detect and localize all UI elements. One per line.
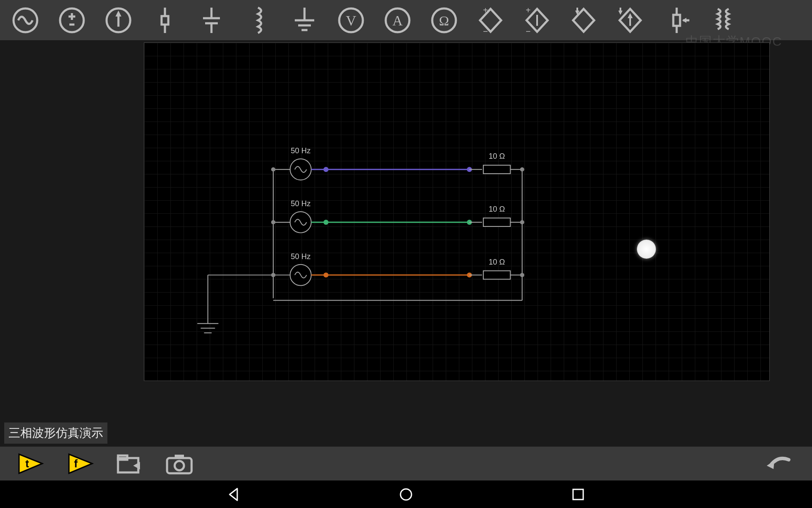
transformer-icon[interactable]	[706, 3, 740, 37]
svg-text:A: A	[392, 13, 403, 28]
cap-alt-icon[interactable]	[195, 3, 228, 37]
svg-rect-92	[573, 489, 583, 500]
svg-point-91	[401, 489, 411, 500]
svg-point-70	[520, 220, 524, 224]
svg-marker-90	[230, 489, 237, 500]
dc-source-icon[interactable]	[55, 3, 89, 37]
svg-point-69	[271, 220, 275, 224]
ac-source-icon[interactable]	[8, 3, 42, 37]
svg-point-65	[324, 220, 329, 225]
freq-label-2: 50 Hz	[291, 199, 310, 208]
caption-label: 三相波形仿真演示	[4, 422, 107, 444]
undo-button[interactable]	[757, 449, 799, 478]
vccs1-icon[interactable]: +−	[474, 3, 508, 37]
inductor-icon[interactable]	[241, 3, 275, 37]
screenshot-button[interactable]	[158, 449, 200, 478]
svg-text:Ω: Ω	[439, 13, 449, 28]
svg-rect-87	[175, 455, 184, 459]
open-file-button[interactable]	[108, 449, 151, 478]
svg-text:f: f	[74, 457, 78, 470]
bottom-action-bar: t f	[0, 447, 812, 480]
res-label-3: 10 Ω	[489, 258, 505, 266]
current-source-icon[interactable]	[102, 3, 135, 37]
circuit-canvas[interactable]: 50 Hz 10 Ω 50 Hz 10 Ω 50 Hz 10 Ω	[144, 42, 770, 381]
time-play-button[interactable]: t	[8, 449, 51, 478]
svg-text:−: −	[526, 27, 531, 35]
svg-text:−: −	[483, 27, 488, 35]
res-label-2: 10 Ω	[489, 205, 505, 213]
svg-point-78	[520, 273, 524, 277]
capacitor-icon[interactable]	[148, 3, 182, 37]
svg-rect-9	[162, 16, 168, 25]
svg-point-77	[271, 273, 275, 277]
svg-point-1	[60, 8, 84, 32]
svg-rect-41	[673, 15, 680, 26]
cccs1-icon[interactable]	[567, 3, 601, 37]
vccs2-icon[interactable]: +−	[520, 3, 554, 37]
svg-point-88	[175, 461, 184, 470]
svg-point-57	[324, 167, 329, 172]
freq-label-3: 50 Hz	[291, 252, 310, 261]
ground-icon[interactable]	[288, 3, 321, 37]
ammeter-icon[interactable]: A	[381, 3, 414, 37]
svg-text:+: +	[526, 6, 531, 15]
freq-label-1: 50 Hz	[291, 146, 310, 155]
touch-indicator	[637, 240, 656, 259]
svg-marker-39	[618, 11, 623, 15]
svg-marker-81	[69, 454, 92, 473]
svg-text:t: t	[25, 457, 29, 470]
freq-play-button[interactable]: f	[58, 449, 101, 478]
svg-marker-44	[682, 18, 686, 23]
svg-text:V: V	[346, 13, 357, 28]
res-label-1: 10 Ω	[489, 152, 505, 160]
circuit-svg: 50 Hz 10 Ω 50 Hz 10 Ω 50 Hz 10 Ω	[144, 43, 769, 381]
svg-marker-7	[115, 11, 121, 17]
svg-marker-89	[767, 461, 774, 469]
svg-text:+: +	[483, 6, 488, 15]
svg-point-61	[271, 167, 275, 171]
svg-point-62	[520, 167, 524, 171]
android-nav-bar	[0, 480, 812, 508]
switch-icon[interactable]	[660, 3, 694, 37]
svg-marker-85	[133, 462, 140, 469]
svg-marker-37	[628, 13, 633, 18]
nav-back-button[interactable]	[221, 485, 247, 504]
ohmmeter-icon[interactable]: Ω	[427, 3, 461, 37]
nav-recent-button[interactable]	[565, 485, 591, 504]
cccs2-icon[interactable]	[613, 3, 647, 37]
voltmeter-icon[interactable]: V	[334, 3, 368, 37]
svg-point-73	[324, 273, 329, 278]
svg-marker-79	[19, 454, 42, 473]
nav-home-button[interactable]	[393, 485, 419, 504]
